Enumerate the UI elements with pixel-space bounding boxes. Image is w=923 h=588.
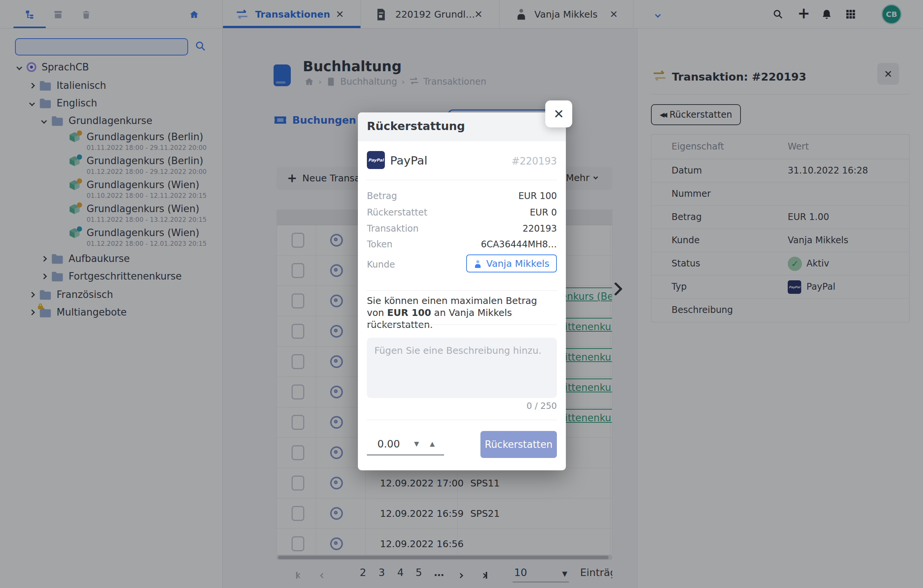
refund-submit-button[interactable]: Rückerstatten xyxy=(480,431,557,458)
refund-amount-input[interactable] xyxy=(377,438,411,450)
spinner-down-icon[interactable]: ▼ xyxy=(414,440,419,447)
char-counter: 0 / 250 xyxy=(527,401,557,411)
modal-title: Rückerstattung xyxy=(367,120,465,133)
customer-link-button[interactable]: Vanja Mikkels xyxy=(466,255,557,273)
description-textarea[interactable] xyxy=(367,338,557,398)
spinner-up-icon[interactable]: ▲ xyxy=(430,440,435,447)
provider-name: PayPal xyxy=(390,154,428,167)
person-icon xyxy=(474,260,482,268)
modal-close-icon[interactable]: ✕ xyxy=(545,100,572,127)
refund-modal: Rückerstattung ✕ PayPal PayPal #220193 B… xyxy=(358,112,566,470)
transaction-reference: #220193 xyxy=(512,156,557,167)
paypal-logo-icon: PayPal xyxy=(367,151,385,169)
app-window: Transaktionen × 220192 Grundl… × Vanja M… xyxy=(0,0,923,588)
max-refund-note: Sie können einen maximalen Betrag von EU… xyxy=(367,295,557,331)
modal-header: Rückerstattung xyxy=(358,112,566,141)
